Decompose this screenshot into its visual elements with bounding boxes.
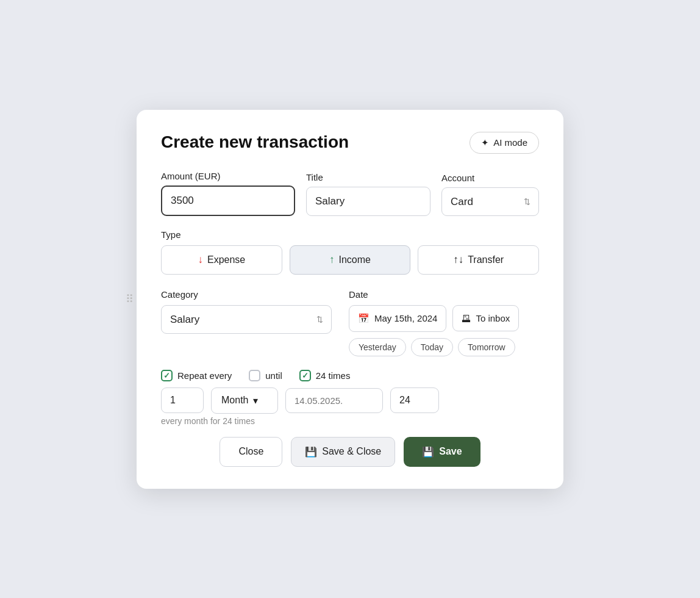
repeat-every-checkbox[interactable]: ✓ [161,370,173,381]
month-chevron-icon: ▾ [253,395,258,406]
save-label: Save [439,446,462,457]
expense-button[interactable]: ↓ Expense [161,245,282,275]
times-value-input[interactable] [390,387,439,413]
times-checkbox-label[interactable]: ✓ 24 times [299,370,351,381]
ai-mode-button[interactable]: ✦ AI mode [470,132,539,154]
inbox-button[interactable]: 🗳 To inbox [452,305,519,331]
close-button[interactable]: Close [220,437,282,467]
category-label: Category [161,289,332,300]
title-group: Title [306,172,430,216]
inbox-icon: 🗳 [462,313,471,323]
transfer-label: Transfer [468,254,504,265]
save-close-label: Save & Close [322,446,381,457]
type-label: Type [161,229,539,240]
calendar-icon: 📅 [358,313,370,324]
until-label: until [265,370,282,381]
ai-mode-icon: ✦ [481,137,489,148]
account-select[interactable]: Card Cash Bank [441,187,539,216]
category-select[interactable]: Salary Food Transport [161,305,332,334]
income-button[interactable]: ↑ Income [290,245,411,275]
type-row: ↓ Expense ↑ Income ↑↓ Transfer [161,245,539,275]
modal-title: Create new transaction [161,132,349,153]
repeat-unit-label: Month [221,395,248,406]
category-group: Category Salary Food Transport ⇅ [161,289,332,334]
top-fields-row: Amount (EUR) Title Account Card Cash Ban… [161,171,539,216]
amount-group: Amount (EUR) [161,171,295,216]
ai-mode-label: AI mode [493,137,527,148]
repeat-every-checkbox-label[interactable]: ✓ Repeat every [161,370,232,381]
repeat-controls-row: ✓ Repeat every until ✓ 24 times [161,370,539,381]
quick-date-row: Yesterday Today Tomorrow [349,338,539,356]
repeat-unit-button[interactable]: Month ▾ [211,387,278,414]
expense-arrow-icon: ↓ [198,254,203,266]
times-checkmark-icon: ✓ [302,371,309,380]
repeat-every-label: Repeat every [177,370,232,381]
date-group: Date 📅 May 15th, 2024 🗳 To inbox Yesterd… [349,289,539,356]
until-date-input[interactable] [285,388,383,413]
expense-label: Expense [207,254,245,265]
transfer-button[interactable]: ↑↓ Transfer [418,245,539,275]
amount-input[interactable] [161,186,295,216]
yesterday-button[interactable]: Yesterday [349,338,406,356]
transfer-arrows-icon: ↑↓ [453,254,463,266]
save-button[interactable]: 💾 Save [404,437,480,467]
times-label: 24 times [316,370,351,381]
date-picker-button[interactable]: 📅 May 15th, 2024 [349,305,446,332]
account-label: Account [441,173,539,183]
until-checkbox[interactable] [249,370,260,381]
title-input[interactable] [306,187,430,216]
category-select-wrapper: Salary Food Transport ⇅ [161,305,332,334]
account-select-wrapper: Card Cash Bank ⇅ [441,187,539,216]
date-label: Date [349,289,539,300]
drag-handle[interactable]: ⠿ [126,292,135,306]
repeat-unit-wrapper: Month ▾ [211,387,278,414]
save-close-button[interactable]: 💾 Save & Close [291,437,395,467]
repeat-inputs-row: Month ▾ [161,387,539,414]
title-label: Title [306,172,430,182]
create-transaction-modal: ⠿ Create new transaction ✦ AI mode Amoun… [137,110,563,489]
repeat-description: every month for 24 times [161,416,539,426]
date-row: 📅 May 15th, 2024 🗳 To inbox [349,305,539,332]
checkmark-icon: ✓ [163,371,170,380]
today-button[interactable]: Today [411,338,453,356]
account-group: Account Card Cash Bank ⇅ [441,173,539,216]
amount-label: Amount (EUR) [161,171,295,181]
until-checkbox-label[interactable]: until [249,370,282,381]
income-arrow-icon: ↑ [329,254,335,266]
type-section: Type ↓ Expense ↑ Income ↑↓ Transfer [161,229,539,275]
inbox-label: To inbox [476,313,510,323]
date-value: May 15th, 2024 [374,313,437,323]
modal-header: Create new transaction ✦ AI mode [161,132,539,154]
save-icon: 💾 [422,446,434,458]
times-checkbox[interactable]: ✓ [299,370,311,381]
repeat-section: ✓ Repeat every until ✓ 24 times Month [161,370,539,426]
tomorrow-button[interactable]: Tomorrow [458,338,515,356]
action-row: Close 💾 Save & Close 💾 Save [161,437,539,467]
repeat-number-input[interactable] [161,387,204,413]
category-date-row: Category Salary Food Transport ⇅ Date 📅 … [161,289,539,356]
income-label: Income [339,254,371,265]
save-close-icon: 💾 [305,446,317,458]
